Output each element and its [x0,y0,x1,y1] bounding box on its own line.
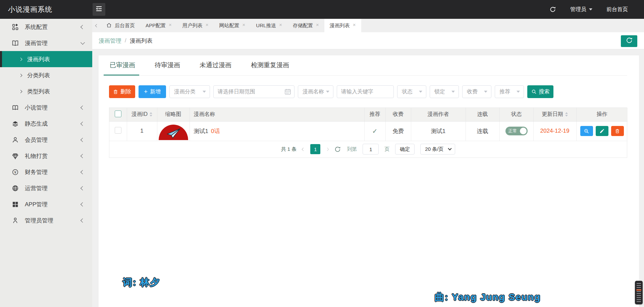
edge-mini-panel[interactable] [635,281,643,304]
fee-select[interactable]: 收费 [462,85,491,98]
delete-label: 删除 [120,88,131,95]
status-toggle[interactable]: 正常 [505,127,528,135]
topbar-refresh-icon[interactable] [549,6,556,13]
breadcrumb-parent[interactable]: 漫画管理 [99,37,121,45]
chevron-down-icon [419,91,422,93]
chevron-left-icon [80,154,85,158]
sidebar-subitem-comic-list[interactable]: 漫画列表 [0,51,92,67]
comic-thumbnail[interactable] [159,125,188,140]
admin-menu[interactable]: 管理员 [570,6,592,13]
close-icon[interactable]: × [206,22,209,27]
keyword-input[interactable] [337,85,394,98]
page-size-value: 20 条/页 [425,146,443,152]
tab-approved-comics[interactable]: 已审漫画 [109,61,136,75]
admin-label: 管理员 [570,6,586,13]
tab-pending-comics[interactable]: 待审漫画 [154,61,181,75]
nav-tab-site-config[interactable]: 网站配置 × [214,19,251,32]
sidebar-item-admin-manage[interactable]: 管理员管理 [0,212,92,228]
calendar-icon [284,88,291,97]
sidebar-item-finance-manage[interactable]: ¥ 财务管理 [0,164,92,180]
table-header-row: 漫画ID 缩略图 漫画名称 推荐 收费 漫画作者 连载 状态 更新日期 操作 [109,108,628,121]
nav-tab-url-push[interactable]: URL推送 × [251,19,287,32]
date-range-picker[interactable] [213,85,294,98]
sidebar-item-static-generate[interactable]: 静态生成 [0,116,92,132]
frontend-home-link[interactable]: 前台首页 [606,6,628,13]
sort-icon[interactable] [565,112,568,117]
delete-row-button[interactable] [611,126,624,136]
content-card: 已审漫画 待审漫画 未通过漫画 检测重复漫画 删除 + 新增 漫画分 [99,55,639,307]
sidebar-item-operation-manage[interactable]: 运营管理 [0,180,92,196]
open-book-icon [11,104,19,111]
lock-select[interactable]: 锁定 [430,85,459,98]
select-all-checkbox[interactable] [115,111,121,117]
nav-tab-label: 后台首页 [115,23,135,29]
add-button[interactable]: + 新增 [139,85,166,98]
nav-tabbar: 后台首页 APP配置 × 用户列表 × 网站配置 × URL推送 × 存储配置 … [92,19,644,32]
view-button[interactable] [580,126,593,136]
chevron-right-icon [19,90,22,93]
pagination-goto-input[interactable] [363,144,379,155]
nav-tab-user-list[interactable]: 用户列表 × [177,19,214,32]
sidebar-item-member-manage[interactable]: 会员管理 [0,132,92,148]
pagination-goto-suffix: 页 [384,146,389,152]
cell-updated: 2024-12-19 [540,128,570,134]
pagination-page-1[interactable]: 1 [310,144,320,154]
pagination-refresh-icon[interactable] [334,146,341,153]
status-select[interactable]: 状态 [397,85,426,98]
close-icon[interactable]: × [243,22,246,27]
chevron-down-icon [326,91,329,93]
sidebar-item-comic-manage[interactable]: 漫画管理 [0,35,92,51]
recommend-select[interactable]: 推荐 [495,85,524,98]
chevron-left-icon [80,170,85,174]
home-icon [106,23,112,29]
status-select-value: 状态 [402,88,413,95]
chevron-left-icon [80,105,85,110]
col-recommend: 推荐 [364,108,385,121]
close-icon[interactable]: × [279,22,282,27]
comic-book-icon [11,39,19,47]
nav-tab-app-config[interactable]: APP配置 × [140,19,177,32]
category-select[interactable]: 漫画分类 [169,85,210,98]
nav-tab-storage-config[interactable]: 存储配置 × [287,19,324,32]
pagination-next[interactable] [326,148,328,150]
status-toggle-label: 正常 [508,128,517,134]
close-icon[interactable]: × [353,22,356,27]
tab-scroll-left[interactable] [92,25,101,27]
edit-button[interactable] [596,126,608,136]
nav-tab-comic-list[interactable]: 漫画列表 × [324,19,361,32]
tab-duplicate-check[interactable]: 检测重复漫画 [250,61,290,75]
refresh-icon [626,37,633,46]
sort-icon[interactable] [150,112,152,117]
workspace: 已审漫画 待审漫画 未通过漫画 检测重复漫画 删除 + 新增 漫画分 [92,49,644,307]
search-field-select[interactable]: 漫画名称 [298,85,333,98]
toggle-knob [520,128,527,134]
close-icon[interactable]: × [316,22,319,27]
search-button[interactable]: 搜索 [527,85,553,98]
lyricist-subtitle-overlay: 词: 林夕 [123,276,160,289]
pagination-confirm-button[interactable]: 确定 [395,144,415,155]
pagination-prev[interactable] [302,148,305,150]
sidebar-item-novel-manage[interactable]: 小说管理 [0,99,92,116]
pagination-goto-prefix: 到第 [347,146,357,152]
sidebar-item-label: 礼物打赏 [25,152,48,160]
comic-name[interactable]: 测试1 [194,128,208,134]
sidebar-subitem-type-list[interactable]: 类型列表 [0,83,92,99]
nav-tab-home[interactable]: 后台首页 [101,19,140,32]
sidebar-fold-button[interactable] [93,3,105,16]
date-range-input[interactable] [213,85,294,98]
chevron-left-icon [80,202,85,207]
page-size-select[interactable]: 20 条/页 [420,144,455,155]
sidebar-subitem-category-list[interactable]: 分类列表 [0,67,92,83]
sidebar-item-app-manage[interactable]: APP管理 [0,196,92,212]
row-checkbox[interactable] [115,127,121,134]
delete-button[interactable]: 删除 [109,85,135,98]
sidebar-item-label: 系统配置 [25,23,48,31]
search-icon [531,89,537,94]
tab-rejected-comics[interactable]: 未通过漫画 [199,61,232,75]
table-row: 1 测试10话 [109,121,628,141]
sidebar-item-system-config[interactable]: 系统配置 [0,19,92,35]
page-refresh-button[interactable] [621,35,637,47]
sidebar-item-gift-reward[interactable]: 礼物打赏 [0,148,92,164]
close-icon[interactable]: × [169,22,172,27]
comic-chapters[interactable]: 0话 [211,128,220,134]
